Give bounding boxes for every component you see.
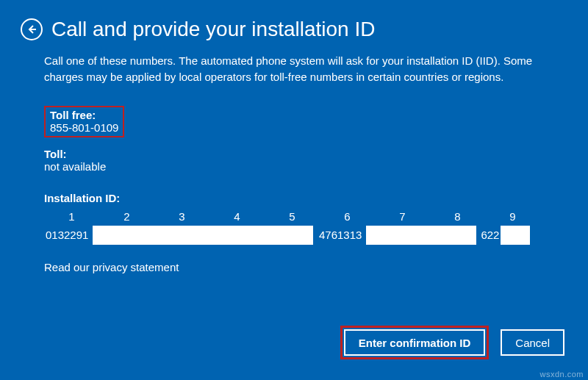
id-input-2-5[interactable] [93,226,313,245]
installation-id-headers: 1 2 3 4 5 6 7 8 9 [44,210,544,223]
id-segment-6: 4761313 [315,229,366,241]
id-col-4: 4 [209,210,265,223]
toll-free-label: Toll free: [50,109,118,121]
enter-confirmation-highlight: Enter confirmation ID [340,326,490,359]
back-arrow-icon [26,24,37,35]
id-col-1: 1 [44,210,99,223]
watermark: wsxdn.com [539,370,584,379]
back-button[interactable] [21,18,43,40]
id-col-5: 5 [265,210,320,223]
id-col-8: 8 [430,210,485,223]
id-col-3: 3 [154,210,209,223]
toll-block: Toll: not available [44,148,544,173]
installation-id-label: Installation ID: [44,192,544,204]
id-col-9: 9 [485,210,540,223]
id-segment-9-prefix: 622 [478,229,501,241]
id-col-2: 2 [99,210,154,223]
installation-id-fields: 0132291 4761313 622 [44,226,544,245]
description-text: Call one of these numbers. The automated… [44,53,544,85]
id-col-7: 7 [375,210,430,223]
toll-free-number: 855-801-0109 [50,121,118,134]
enter-confirmation-button[interactable]: Enter confirmation ID [344,329,486,356]
id-segment-1: 0132291 [44,229,93,241]
toll-free-block: Toll free: 855-801-0109 [44,106,124,137]
id-input-7-8[interactable] [366,226,476,245]
privacy-link[interactable]: Read our privacy statement [44,261,544,273]
id-input-9[interactable] [501,226,530,245]
page-title: Call and provide your installation ID [51,18,375,41]
toll-label: Toll: [44,148,544,160]
cancel-button[interactable]: Cancel [501,329,564,356]
toll-value: not available [44,160,544,173]
id-col-6: 6 [320,210,375,223]
